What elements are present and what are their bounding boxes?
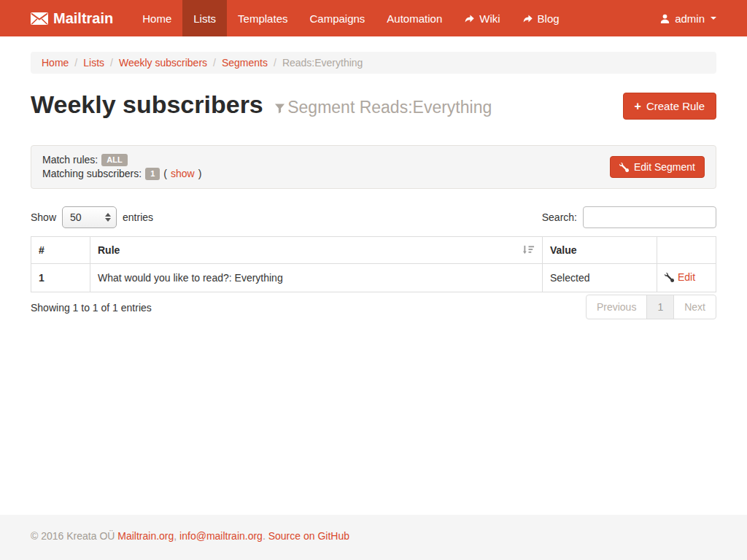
share-arrow-icon bbox=[522, 13, 533, 24]
footer-separator: . bbox=[263, 530, 266, 542]
main-nav: Home Lists Templates Campaigns Automatio… bbox=[131, 0, 570, 36]
breadcrumb-lists[interactable]: Lists bbox=[83, 57, 104, 69]
nav-item-campaigns[interactable]: Campaigns bbox=[298, 0, 376, 36]
footer-separator: , bbox=[174, 530, 177, 542]
user-icon bbox=[659, 13, 670, 24]
nav-item-blog[interactable]: Blog bbox=[511, 0, 570, 36]
pagination-page-1[interactable]: 1 bbox=[647, 295, 674, 319]
paren-close: ) bbox=[198, 167, 202, 181]
breadcrumb-current: Reads:Everything bbox=[282, 57, 363, 69]
value-cell: Selected bbox=[543, 264, 657, 292]
wrench-icon bbox=[665, 273, 674, 282]
table-header-row: # Rule Value bbox=[31, 237, 716, 264]
create-rule-button[interactable]: + Create Rule bbox=[623, 93, 716, 120]
breadcrumb-home[interactable]: Home bbox=[42, 57, 69, 69]
breadcrumb-weekly-subscribers[interactable]: Weekly subscribers bbox=[119, 57, 207, 69]
header-actions bbox=[657, 237, 716, 264]
caret-down-icon bbox=[711, 17, 716, 20]
segment-subtitle: Segment Reads:Everything bbox=[274, 98, 492, 117]
match-rules-badge: ALL bbox=[101, 154, 127, 166]
nav-item-lists[interactable]: Lists bbox=[182, 0, 227, 36]
header-value: Value bbox=[543, 237, 657, 264]
mailtrain-org-link[interactable]: Mailtrain.org bbox=[117, 530, 174, 542]
page-size-select[interactable]: 50 bbox=[62, 206, 117, 228]
envelope-icon bbox=[31, 12, 48, 25]
filter-funnel-icon bbox=[274, 103, 285, 114]
search-input[interactable] bbox=[583, 206, 716, 228]
email-link[interactable]: info@mailtrain.org bbox=[179, 530, 263, 542]
brand-label: Mailtrain bbox=[53, 10, 113, 27]
show-subscribers-link[interactable]: show bbox=[171, 167, 195, 181]
user-menu[interactable]: admin bbox=[649, 12, 727, 25]
pagination: Previous 1 Next bbox=[586, 295, 716, 319]
rule-cell: What would you like to read?: Everything bbox=[90, 264, 543, 292]
match-rules-label: Match rules: bbox=[42, 153, 98, 167]
table-info: Showing 1 to 1 of 1 entries bbox=[31, 302, 152, 314]
table-row: 1 What would you like to read?: Everythi… bbox=[31, 264, 716, 292]
select-stepper-icon bbox=[105, 213, 111, 222]
rule-number-cell: 1 bbox=[31, 264, 90, 292]
nav-item-home[interactable]: Home bbox=[131, 0, 182, 36]
matching-subscribers-label: Matching subscribers: bbox=[42, 167, 142, 181]
breadcrumb-separator: / bbox=[104, 57, 119, 69]
breadcrumb-separator: / bbox=[268, 57, 282, 69]
header-num: # bbox=[31, 237, 90, 264]
sort-icon bbox=[523, 244, 535, 256]
plus-icon: + bbox=[635, 101, 641, 112]
breadcrumb-separator: / bbox=[207, 57, 222, 69]
header-rule[interactable]: Rule bbox=[90, 237, 543, 264]
pagination-next[interactable]: Next bbox=[674, 295, 716, 319]
matching-count-badge: 1 bbox=[145, 168, 160, 180]
copyright-text: © 2016 Kreata OÜ bbox=[31, 530, 115, 542]
breadcrumb-separator: / bbox=[69, 57, 83, 69]
breadcrumb: Home / Lists / Weekly subscribers / Segm… bbox=[31, 52, 716, 74]
share-arrow-icon bbox=[464, 13, 475, 24]
user-label: admin bbox=[675, 12, 705, 25]
paren-open: ( bbox=[163, 167, 167, 181]
nav-item-wiki[interactable]: Wiki bbox=[453, 0, 511, 36]
wrench-icon bbox=[619, 163, 629, 172]
source-github-link[interactable]: Source on GitHub bbox=[268, 530, 349, 542]
edit-segment-button[interactable]: Edit Segment bbox=[610, 156, 705, 178]
pagination-previous[interactable]: Previous bbox=[586, 295, 647, 319]
segment-summary-panel: Match rules: ALL Matching subscribers: 1… bbox=[31, 145, 716, 189]
page-size-value: 50 bbox=[70, 211, 82, 223]
page-title: Weekly subscribers Segment Reads:Everyth… bbox=[31, 90, 492, 122]
rules-table: # Rule Value bbox=[31, 236, 716, 292]
edit-rule-link[interactable]: Edit bbox=[665, 271, 695, 283]
breadcrumb-segments[interactable]: Segments bbox=[222, 57, 268, 69]
page-footer: © 2016 Kreata OÜ Mailtrain.org, info@mai… bbox=[0, 515, 747, 560]
nav-item-templates[interactable]: Templates bbox=[227, 0, 298, 36]
show-label: Show bbox=[31, 211, 56, 223]
brand-mailtrain[interactable]: Mailtrain bbox=[20, 0, 124, 36]
top-navbar: Mailtrain Home Lists Templates Campaigns… bbox=[0, 0, 747, 36]
entries-label: entries bbox=[123, 211, 153, 223]
search-label: Search: bbox=[542, 211, 577, 223]
nav-item-automation[interactable]: Automation bbox=[376, 0, 453, 36]
